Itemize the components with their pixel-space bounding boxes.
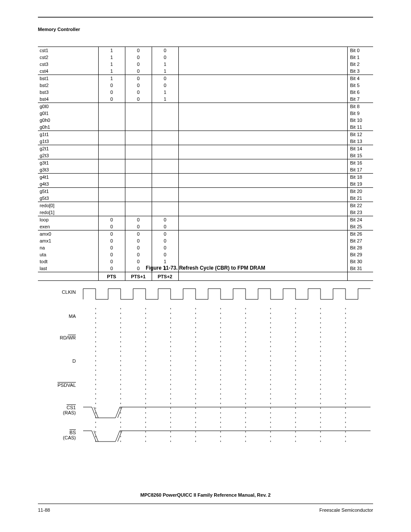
row-cell: [178, 47, 347, 54]
table-row: cst1100Bit 0: [38, 47, 373, 54]
row-cell: [98, 124, 125, 131]
row-name: g3t1: [38, 159, 98, 167]
row-bit: Bit 14: [347, 145, 373, 152]
row-bit: Bit 30: [347, 258, 373, 265]
row-cell: [178, 75, 347, 82]
row-cell: 0: [98, 89, 125, 96]
vendor: Freescale Semiconductor: [319, 507, 373, 513]
row-bit: Bit 12: [347, 131, 373, 138]
row-bit: Bit 21: [347, 195, 373, 202]
row-bit: Bit 2: [347, 61, 373, 68]
timing-diagram: CLKINMARD/WRDPSDVALCS1(RAS)BS(CAS): [38, 280, 373, 452]
table-row: bst3001Bit 6: [38, 89, 373, 96]
row-cell: [98, 195, 125, 202]
table-row: g5t1Bit 20: [38, 188, 373, 195]
row-bit: Bit 1: [347, 54, 373, 61]
row-bit: Bit 3: [347, 68, 373, 75]
row-name: g2t3: [38, 152, 98, 159]
row-cell: [125, 103, 152, 110]
row-name: cst4: [38, 68, 98, 75]
row-bit: Bit 5: [347, 82, 373, 89]
table-row: g2t1Bit 14: [38, 145, 373, 152]
row-cell: 1: [152, 61, 178, 68]
row-cell: [125, 124, 152, 131]
row-cell: [125, 166, 152, 174]
row-cell: 0: [125, 258, 152, 265]
row-cell: 0: [98, 216, 125, 224]
row-cell: [98, 117, 125, 124]
table-row: g0h0Bit 10: [38, 117, 373, 124]
row-cell: [125, 110, 152, 117]
row-cell: 0: [152, 251, 178, 258]
table-row: g1t1Bit 12: [38, 131, 373, 138]
row-cell: [152, 103, 178, 110]
row-cell: [125, 174, 152, 181]
row-cell: [178, 258, 347, 265]
table-row: loop000Bit 24: [38, 216, 373, 224]
table-row: g0h1Bit 11: [38, 124, 373, 131]
row-cell: 0: [152, 216, 178, 224]
row-bit: Bit 18: [347, 174, 373, 181]
row-cell: [98, 103, 125, 110]
row-cell: [178, 251, 347, 258]
table-row: todt001Bit 30: [38, 258, 373, 265]
figure-caption: Figure 11-73. Refresh Cycle (CBR) to FPM…: [38, 265, 373, 271]
signal-label: D: [42, 358, 76, 364]
row-cell: [178, 202, 347, 209]
table-row: na000Bit 28: [38, 244, 373, 251]
row-cell: [152, 152, 178, 159]
row-cell: 0: [125, 96, 152, 103]
row-cell: 0: [98, 258, 125, 265]
row-cell: [152, 110, 178, 117]
row-cell: [178, 61, 347, 68]
table-row: g0l0Bit 8: [38, 103, 373, 110]
row-cell: [178, 138, 347, 145]
table-row: g4t1Bit 18: [38, 174, 373, 181]
row-cell: 0: [125, 47, 152, 54]
row-cell: [125, 180, 152, 188]
row-cell: [98, 152, 125, 159]
row-cell: 0: [152, 244, 178, 251]
row-cell: 1: [98, 47, 125, 54]
table-row: g2t3Bit 15: [38, 152, 373, 159]
row-cell: [178, 216, 347, 224]
header-rule: [38, 16, 373, 18]
table-footer: PTSPTS+1PTS+2: [38, 272, 373, 281]
row-cell: [125, 145, 152, 152]
row-cell: 0: [125, 89, 152, 96]
row-cell: [178, 180, 347, 188]
page-number: 11-88: [38, 507, 50, 513]
row-cell: [178, 230, 347, 238]
row-cell: 0: [125, 68, 152, 75]
row-bit: Bit 9: [347, 110, 373, 117]
row-cell: 1: [98, 75, 125, 82]
row-name: g3t3: [38, 166, 98, 174]
row-cell: [178, 103, 347, 110]
row-name: g1t3: [38, 138, 98, 145]
signal-label: CLKIN: [42, 289, 76, 295]
row-name: loop: [38, 216, 98, 224]
row-name: g0h1: [38, 124, 98, 131]
row-bit: Bit 29: [347, 251, 373, 258]
table-row: g4t3Bit 19: [38, 180, 373, 188]
row-cell: [178, 237, 347, 244]
row-bit: Bit 19: [347, 180, 373, 188]
row-bit: Bit 17: [347, 166, 373, 174]
row-cell: [98, 202, 125, 209]
row-cell: [125, 195, 152, 202]
row-cell: [125, 202, 152, 209]
row-cell: 0: [152, 237, 178, 244]
row-name: cst1: [38, 47, 98, 54]
row-cell: [98, 145, 125, 152]
row-bit: Bit 11: [347, 124, 373, 131]
row-cell: [125, 138, 152, 145]
row-cell: 0: [98, 230, 125, 238]
row-bit: Bit 0: [347, 47, 373, 54]
row-cell: [178, 244, 347, 251]
row-cell: 0: [125, 61, 152, 68]
row-name: g4t1: [38, 174, 98, 181]
row-name: g2t1: [38, 145, 98, 152]
row-name: bst1: [38, 75, 98, 82]
row-cell: 0: [98, 244, 125, 251]
row-cell: 1: [98, 68, 125, 75]
